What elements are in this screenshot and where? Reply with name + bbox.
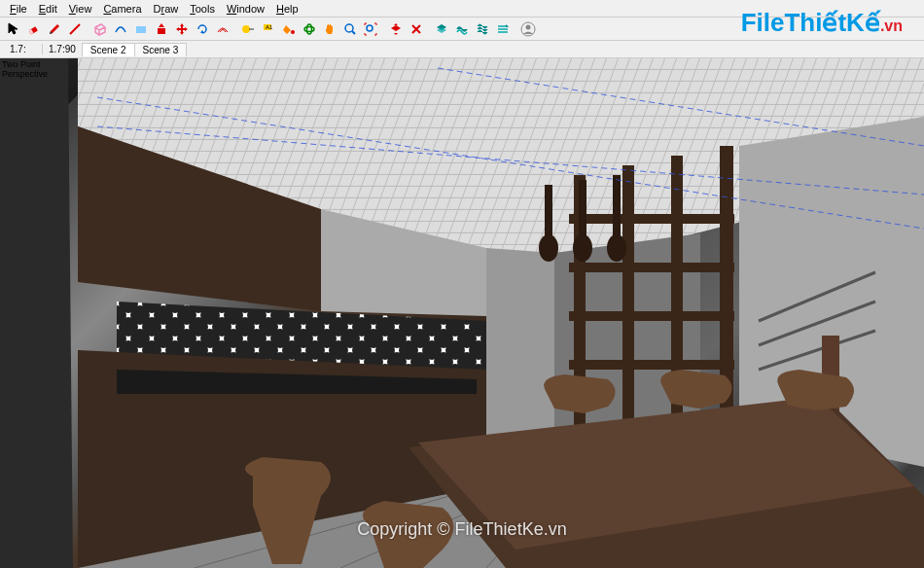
styles-tool[interactable] [452, 19, 472, 39]
scene-tab-3[interactable]: Scene 3 [134, 43, 188, 56]
fog-tool[interactable] [493, 19, 513, 39]
svg-rect-55 [579, 180, 586, 243]
menu-tools[interactable]: Tools [184, 2, 221, 16]
menu-bar: File Edit View Camera Draw Tools Window … [0, 0, 924, 18]
offset-tool[interactable] [213, 19, 232, 39]
svg-rect-4 [158, 28, 165, 34]
pencil-tool[interactable] [45, 19, 64, 39]
menu-view[interactable]: View [63, 2, 98, 16]
menu-edit[interactable]: Edit [33, 2, 63, 16]
svg-rect-57 [613, 175, 621, 243]
pan-tool[interactable] [320, 19, 339, 39]
svg-point-12 [345, 24, 353, 32]
menu-window[interactable]: Window [221, 2, 270, 16]
svg-text:A1: A1 [266, 24, 273, 30]
tape-tool[interactable] [238, 19, 258, 39]
svg-point-9 [291, 30, 295, 34]
svg-point-14 [367, 25, 373, 31]
svg-point-58 [607, 234, 626, 262]
svg-line-2 [70, 24, 80, 34]
svg-rect-39 [622, 165, 634, 428]
menu-camera[interactable]: Camera [97, 2, 147, 16]
rotate-tool[interactable] [193, 19, 212, 39]
x-ray-tool[interactable] [407, 19, 426, 39]
select-tool[interactable] [4, 19, 23, 39]
pushpull-tool[interactable] [152, 19, 171, 39]
svg-rect-44 [569, 311, 734, 321]
zoom-extents-tool[interactable] [361, 19, 380, 39]
user-profile[interactable] [518, 19, 538, 39]
scene-tab-2[interactable]: Scene 2 [82, 43, 135, 56]
orbit-tool[interactable] [300, 19, 319, 39]
svg-rect-45 [569, 360, 734, 370]
menu-draw[interactable]: Draw [148, 2, 185, 16]
svg-point-16 [526, 24, 531, 29]
menu-file[interactable]: File [4, 2, 33, 16]
measurement-1: 1.7: [4, 44, 43, 54]
zoom-tool[interactable] [340, 19, 360, 39]
section-tool[interactable] [386, 19, 406, 39]
main-toolbar: A1 [0, 18, 924, 41]
measurements-bar: 1.7: 1.7:90 Scene 2 Scene 3 [0, 41, 924, 58]
layers-tool[interactable] [432, 19, 451, 39]
svg-marker-26 [0, 58, 73, 568]
arc-tool[interactable] [111, 19, 130, 39]
svg-point-56 [573, 234, 592, 262]
text-tool[interactable]: A1 [259, 19, 278, 39]
svg-point-10 [304, 26, 314, 31]
measurement-2: 1.7:90 [43, 44, 83, 54]
menu-help[interactable]: Help [270, 2, 304, 16]
rect-tool[interactable] [90, 19, 110, 39]
svg-point-54 [539, 234, 558, 262]
viewport-camera-label: Two Point Perspective [2, 60, 48, 80]
svg-rect-43 [569, 263, 734, 272]
model-viewport[interactable]: Two Point Perspective [0, 58, 924, 568]
paint-bucket-tool[interactable] [279, 19, 299, 39]
svg-point-5 [242, 25, 250, 33]
svg-rect-42 [569, 214, 734, 224]
move-tool[interactable] [172, 19, 192, 39]
line-tool[interactable] [65, 19, 85, 39]
viewport-render [0, 58, 924, 568]
svg-point-11 [307, 24, 312, 34]
shadows-tool[interactable] [473, 19, 492, 39]
svg-rect-3 [136, 26, 146, 33]
svg-line-13 [352, 31, 355, 34]
shape-tool[interactable] [131, 19, 151, 39]
eraser-tool[interactable] [24, 19, 44, 39]
